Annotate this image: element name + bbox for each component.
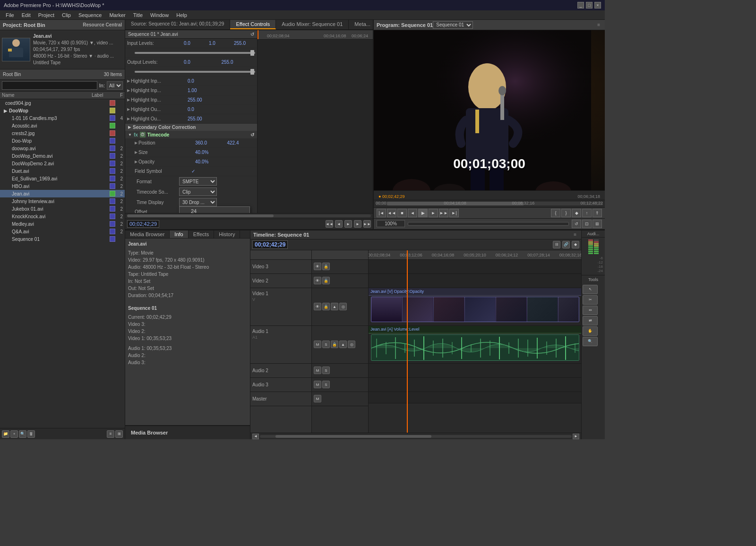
- solo-a2[interactable]: S: [322, 367, 330, 374]
- link-btn[interactable]: 🔗: [562, 241, 570, 248]
- scroll-left[interactable]: ◄: [252, 434, 259, 439]
- input-val3[interactable]: 255.0: [234, 41, 255, 46]
- selection-tool[interactable]: ↖: [583, 285, 598, 294]
- tab-audio-mixer[interactable]: Audio Mixer: Sequence 01: [276, 20, 349, 29]
- toggle-v1[interactable]: 👁: [314, 303, 321, 310]
- safe-margin-btn[interactable]: ⊡: [582, 220, 592, 228]
- tab-source[interactable]: Source: Sequence 01: Jean.avi; 00;01;39;…: [125, 20, 230, 29]
- step-back-btn[interactable]: |◄: [377, 209, 386, 217]
- toggle-v2[interactable]: 👁: [314, 277, 321, 284]
- play-fwd-btn[interactable]: ►►: [439, 209, 448, 217]
- toggle-a1[interactable]: M: [314, 341, 321, 348]
- reset-icon[interactable]: ↺: [250, 32, 254, 37]
- find-btn[interactable]: 🔍: [19, 430, 26, 438]
- window-controls[interactable]: _ □ ×: [577, 2, 601, 9]
- ef-btn1[interactable]: ◄◄: [326, 220, 333, 228]
- search-input[interactable]: [2, 81, 97, 90]
- timeline-timecode[interactable]: 00;02;42;29: [252, 240, 288, 249]
- extract-btn[interactable]: ⇑: [593, 209, 602, 217]
- lock-v1[interactable]: 🔒: [322, 303, 330, 310]
- timecode-reset[interactable]: ↺: [250, 132, 254, 137]
- file-item[interactable]: crests2.jpg: [0, 129, 125, 137]
- hand-tool[interactable]: ✋: [583, 326, 598, 336]
- shuttle-slider[interactable]: [408, 222, 569, 226]
- ef-btn4[interactable]: ►: [354, 220, 361, 228]
- file-item[interactable]: coed904.jpg: [0, 99, 125, 107]
- menu-help[interactable]: Help: [172, 10, 191, 20]
- step-fwd-btn[interactable]: ►|: [449, 209, 459, 217]
- menu-title[interactable]: Title: [129, 10, 146, 20]
- file-item[interactable]: Duet.avi 2: [0, 167, 125, 175]
- time-display-dropdown[interactable]: 30 Drop ...: [179, 198, 217, 206]
- in-dropdown[interactable]: All: [107, 81, 123, 90]
- position-y[interactable]: 422.4: [227, 140, 256, 145]
- resource-central-label[interactable]: Resource Central: [83, 22, 122, 27]
- menu-file[interactable]: File: [2, 10, 18, 20]
- new-bin-btn[interactable]: 📁: [2, 430, 9, 438]
- lock-v3[interactable]: 🔒: [322, 263, 330, 270]
- file-item[interactable]: Doo-Wop: [0, 137, 125, 145]
- file-item[interactable]: Jean.avi 2: [0, 190, 125, 197]
- timecode-source-dropdown[interactable]: Clip: [179, 188, 217, 196]
- hl-val2[interactable]: 1.00: [188, 88, 255, 93]
- tab-effects[interactable]: Effects: [189, 230, 214, 238]
- opacity-val[interactable]: 40.0%: [195, 159, 255, 164]
- icon-view-btn[interactable]: ⊞: [115, 430, 123, 438]
- knob-v1[interactable]: ◎: [339, 303, 347, 310]
- frame-fwd-btn[interactable]: ►: [429, 209, 438, 217]
- mark-in-btn[interactable]: {: [551, 209, 560, 217]
- solo-a3[interactable]: S: [322, 381, 330, 388]
- hl-val1[interactable]: 0.0: [188, 78, 255, 84]
- file-item[interactable]: Sequence 01: [0, 235, 125, 243]
- monitor-scroll-ruler[interactable]: 00;00 00;04;16;08 00;08;32;16 00;12;48;2…: [374, 200, 605, 207]
- file-item[interactable]: doowop.avi 2: [0, 145, 125, 152]
- solo-a1[interactable]: S: [322, 341, 330, 348]
- ef-btn5[interactable]: ►►: [363, 220, 371, 228]
- program-dropdown[interactable]: Sequence 01: [433, 21, 473, 29]
- loop-btn[interactable]: ↺: [572, 220, 581, 228]
- minimize-button[interactable]: _: [577, 2, 584, 9]
- output-btn[interactable]: ⊞: [593, 220, 602, 228]
- menu-project[interactable]: Project: [34, 10, 58, 20]
- menu-clip[interactable]: Clip: [58, 10, 75, 20]
- output-val2[interactable]: 255.0: [222, 60, 256, 65]
- roll-tool[interactable]: ⇄: [583, 316, 598, 325]
- ripple-tool[interactable]: ⇔: [583, 306, 598, 315]
- input-val1[interactable]: 0.0: [184, 41, 205, 46]
- play-btn[interactable]: ▶: [418, 209, 428, 217]
- lift-btn[interactable]: ↑: [582, 209, 592, 217]
- expand-v1[interactable]: ▲: [331, 303, 338, 310]
- input-slider[interactable]: [135, 52, 255, 54]
- expand-a1[interactable]: ▲: [339, 341, 347, 348]
- tab-meta[interactable]: Meta...: [349, 20, 377, 29]
- close-button[interactable]: ×: [594, 2, 601, 9]
- tab-history[interactable]: History: [214, 230, 240, 238]
- output-slider[interactable]: [135, 71, 255, 73]
- mark-out-btn[interactable]: }: [561, 209, 571, 217]
- timeline-hscroll[interactable]: ◄ ►: [250, 433, 581, 439]
- file-item[interactable]: DooWopDemo 2.avi 2: [0, 160, 125, 167]
- file-item[interactable]: Medley.avi 2: [0, 220, 125, 228]
- audio1-track[interactable]: Jean.avi [A] Volume:Level: [369, 326, 581, 364]
- lock-a1[interactable]: 🔒: [331, 341, 338, 348]
- add-marker-btn[interactable]: ◆: [572, 209, 581, 217]
- file-item[interactable]: DooWop_Demo.avi 2: [0, 152, 125, 160]
- program-timecode[interactable]: 100%: [377, 220, 405, 227]
- file-item[interactable]: Q&A.avi 2: [0, 228, 125, 235]
- knob-a1[interactable]: ◎: [348, 341, 355, 348]
- toggle-master[interactable]: M: [314, 395, 321, 402]
- delete-btn[interactable]: 🗑: [27, 430, 35, 438]
- frame-back-btn[interactable]: ◄: [408, 209, 417, 217]
- timecode-section[interactable]: ▼ fx ⏱ Timecode ↺: [125, 131, 257, 138]
- add-marker-tl[interactable]: ◆: [572, 241, 579, 248]
- toggle-a3[interactable]: M: [314, 381, 321, 388]
- secondary-color-section[interactable]: ▶ Secondary Color Correction: [125, 124, 257, 131]
- file-item[interactable]: HBO.avi 2: [0, 182, 125, 190]
- hl-val3[interactable]: 255.00: [188, 97, 255, 102]
- play-rev-btn[interactable]: ◄◄: [387, 209, 396, 217]
- effect-controls-scrollbar[interactable]: [125, 213, 373, 219]
- video2-track[interactable]: [369, 274, 581, 288]
- new-item-btn[interactable]: +: [10, 430, 18, 438]
- file-item[interactable]: Acoustic.avi: [0, 122, 125, 129]
- file-item[interactable]: Jukebox 01.avi 2: [0, 205, 125, 213]
